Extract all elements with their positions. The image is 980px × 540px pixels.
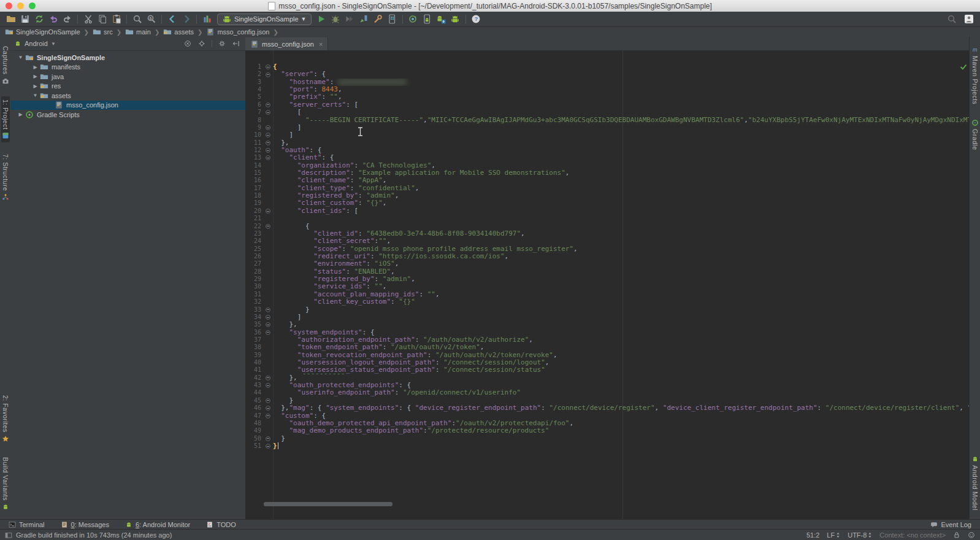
fold-marker-icon[interactable]	[266, 444, 270, 449]
fold-marker-icon[interactable]	[266, 398, 270, 403]
code-line[interactable]: 10 ]	[245, 131, 969, 139]
code-line[interactable]: 2 "server": {	[245, 71, 969, 78]
fold-marker-icon[interactable]	[266, 383, 270, 388]
code-line[interactable]: 17 "client_type": "confidential",	[245, 185, 969, 192]
code-line[interactable]: 19 "client_custom": "{}",	[245, 199, 969, 207]
code-line[interactable]: 3 "hostname":	[245, 79, 969, 86]
toolbar-run-configurations-button[interactable]	[200, 13, 214, 26]
toolbar-cut-button[interactable]	[81, 13, 95, 26]
inspections-ok-icon[interactable]	[960, 63, 967, 71]
toolbar-sdk-manager-button[interactable]	[434, 13, 448, 26]
toolbar-back-button[interactable]	[165, 13, 179, 26]
toolbar-undo-button[interactable]	[46, 13, 60, 26]
encoding-widget[interactable]: UTF-8	[848, 531, 872, 539]
tool-window-tab-build-variants[interactable]: Build Variants	[1, 454, 10, 514]
collapse-all-icon[interactable]	[182, 38, 193, 49]
tool-window-tab-project[interactable]: 1: Project	[1, 96, 10, 142]
expanded-arrow-icon[interactable]: ▼	[17, 55, 25, 60]
zoom-window-button[interactable]	[29, 2, 36, 9]
code-line[interactable]: 50 }	[245, 435, 969, 442]
code-line[interactable]: 41 "usersession_status_endpoint_path": "…	[245, 366, 969, 374]
code-line[interactable]: 26 "redirect_uri": "https://ios.ssosdk.c…	[245, 253, 969, 260]
expanded-arrow-icon[interactable]: ▼	[31, 93, 39, 98]
code-line[interactable]: 8 "-----BEGIN CERTIFICATE-----","MIIC+TC…	[245, 117, 969, 124]
toolbar-open-button[interactable]	[4, 13, 18, 26]
tool-window-button-event-log[interactable]: Event Log	[930, 521, 971, 528]
tree-item-manifests[interactable]: ▶ manifests	[10, 63, 245, 72]
code-line[interactable]: 42 },	[245, 374, 969, 382]
code-line[interactable]: 21	[245, 215, 969, 222]
code-line[interactable]: 7 [	[245, 109, 969, 116]
tree-item-SingleSignOnSample[interactable]: ▼ SingleSignOnSample	[10, 53, 245, 63]
fold-marker-icon[interactable]	[266, 155, 270, 160]
code-line[interactable]: 4 "port": 8443,	[245, 86, 969, 93]
code-line[interactable]: 45 }	[245, 397, 969, 404]
breadcrumb-SingleSignOnSample[interactable]: SingleSignOnSample	[4, 28, 82, 36]
fold-marker-icon[interactable]	[266, 436, 270, 441]
fold-marker-icon[interactable]	[266, 72, 270, 77]
tool-window-tab-favorites[interactable]: 2: Favorites	[1, 392, 10, 446]
code-line[interactable]: 9 ]	[245, 124, 969, 131]
toolbar-save-button[interactable]	[18, 13, 32, 26]
avatar[interactable]	[964, 14, 974, 24]
fold-marker-icon[interactable]	[266, 224, 270, 229]
code-line[interactable]: 35 },	[245, 321, 969, 328]
collapsed-arrow-icon[interactable]: ▶	[31, 64, 39, 70]
tree-item-assets[interactable]: ▼ assets	[10, 91, 245, 101]
close-window-button[interactable]	[6, 2, 12, 9]
code-line[interactable]: 1{	[245, 63, 969, 71]
fold-marker-icon[interactable]	[266, 148, 270, 153]
fold-marker-icon[interactable]	[266, 102, 270, 107]
toolbar-forward-button[interactable]	[179, 13, 193, 26]
code-line[interactable]: 6 "server_certs": [	[245, 101, 969, 109]
toolbar-help-button[interactable]: ?	[469, 13, 483, 26]
toolbar-copy-button[interactable]	[95, 13, 109, 26]
toolbar-find-button[interactable]	[130, 13, 144, 26]
tab-msso-config[interactable]: msso_config.json ×	[245, 37, 328, 50]
tree-item-Gradle Scripts[interactable]: ▶ Gradle Scripts	[10, 110, 245, 120]
fold-marker-icon[interactable]	[266, 406, 270, 411]
code-line[interactable]: 47 "custom": {	[245, 412, 969, 420]
breadcrumb-main[interactable]: main	[124, 28, 152, 36]
code-line[interactable]: 34 ]	[245, 314, 969, 321]
code-line[interactable]: 14 "organization": "CA Technologies",	[245, 162, 969, 169]
tool-window-button-todo[interactable]: TODO	[206, 521, 236, 528]
toggle-toolwindows-icon[interactable]	[5, 531, 12, 539]
code-line[interactable]: 12 "oauth": {	[245, 147, 969, 154]
code-line[interactable]: 25 "scope": "openid msso phone profile a…	[245, 245, 969, 253]
tool-window-button-messages[interactable]: 0: Messages	[61, 521, 109, 528]
hector-icon[interactable]	[968, 531, 975, 539]
code-line[interactable]: 49 "mag_demo_products_endpoint_path":"/p…	[245, 427, 969, 434]
code-line[interactable]: 40 "usersession_logout_endpoint_path": "…	[245, 359, 969, 366]
code-line[interactable]: 51}	[245, 442, 969, 450]
code-line[interactable]: 18 "registered_by": "admin",	[245, 192, 969, 199]
tool-window-tab-maven-projects[interactable]: mMaven Projects	[971, 43, 979, 107]
tool-window-tab-android-model[interactable]: Android Model	[971, 452, 979, 514]
toolbar-attach-debugger-button[interactable]	[357, 13, 371, 26]
collapsed-arrow-icon[interactable]: ▶	[31, 74, 39, 79]
code-line[interactable]: 38 "token_endpoint_path": "/auth/oauth/v…	[245, 344, 969, 351]
fold-marker-icon[interactable]	[266, 315, 270, 320]
fold-marker-icon[interactable]	[266, 141, 270, 145]
code-line[interactable]: 30 "service_ids": "",	[245, 283, 969, 290]
code-line[interactable]: 44 "userinfo_endpoint_path": "/openid/co…	[245, 389, 969, 396]
context-widget[interactable]: Context: <no context>	[879, 531, 946, 539]
run-configuration-combo[interactable]: SingleSignOnSample ▼	[217, 14, 312, 25]
tree-item-msso_config.json[interactable]: msso_config.json	[10, 101, 245, 110]
code-line[interactable]: 33 }	[245, 306, 969, 314]
toolbar-debug-button[interactable]	[329, 13, 343, 26]
code-line[interactable]: 15 "description": "Example application f…	[245, 169, 969, 177]
line-separator-widget[interactable]: LF	[827, 531, 840, 539]
code-line[interactable]: 28 "status": "ENABLED",	[245, 268, 969, 276]
collapsed-arrow-icon[interactable]: ▶	[17, 112, 25, 117]
lock-icon[interactable]	[953, 531, 960, 539]
code-line[interactable]: 16 "client_name": "AppA",	[245, 177, 969, 184]
locate-icon[interactable]	[196, 38, 207, 49]
toolbar-run-with-coverage-button[interactable]	[343, 13, 357, 26]
code-line[interactable]: 11 },	[245, 139, 969, 147]
fold-marker-icon[interactable]	[266, 209, 270, 214]
minimize-window-button[interactable]	[17, 2, 24, 9]
code-line[interactable]: 22 {	[245, 223, 969, 230]
fold-marker-icon[interactable]	[266, 110, 270, 115]
toolbar-paste-button[interactable]	[109, 13, 123, 26]
